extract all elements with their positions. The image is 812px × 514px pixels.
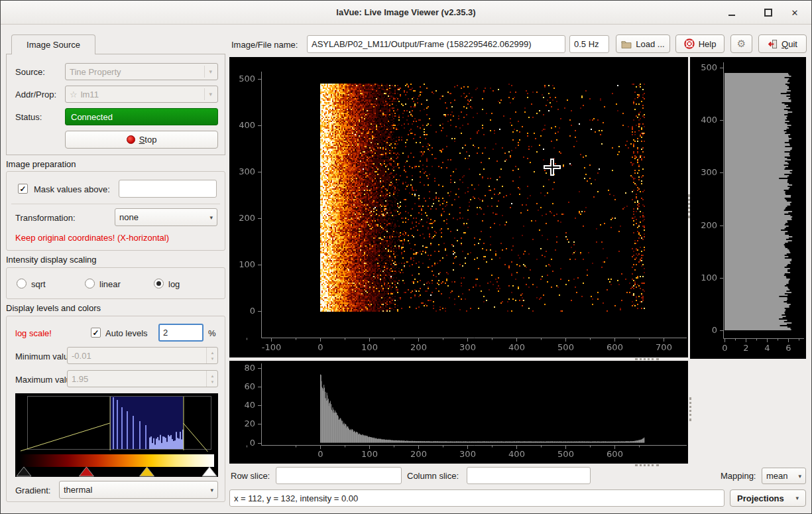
quit-label: Quit (782, 39, 797, 49)
addr-combo[interactable]: ☆ lm11 ▾ (65, 86, 218, 103)
filename-label: Image/File name: (231, 40, 298, 50)
maximize-button[interactable] (758, 1, 778, 25)
radio-linear[interactable] (85, 279, 95, 289)
image-preparation-heading: Image preparation (6, 159, 76, 169)
folder-icon (621, 40, 632, 48)
divider (11, 204, 220, 204)
row-projection-plot[interactable] (690, 57, 806, 359)
scaling-heading: Intensity display scaling (6, 255, 97, 265)
help-button[interactable]: Help (675, 34, 725, 53)
close-button[interactable]: ✕ (785, 1, 805, 25)
quit-icon (768, 39, 778, 49)
mask-label: Mask values above: (34, 184, 110, 194)
source-combo[interactable]: Tine Property ▾ (65, 63, 218, 80)
spin-down-icon: ▼ (211, 357, 215, 361)
gear-icon: ⚙ (737, 38, 746, 50)
radio-linear-label: linear (99, 279, 121, 289)
mapping-combo[interactable]: mean ▾ (762, 468, 806, 484)
spin-down-icon: ▼ (211, 380, 215, 384)
filename-input[interactable] (307, 35, 565, 53)
percent-label: % (208, 328, 216, 338)
projections-label: Projections (737, 493, 784, 503)
transformation-label: Transformation: (15, 213, 76, 223)
radio-sqrt-label: sqrt (31, 279, 46, 289)
source-value: Tine Property (70, 67, 121, 77)
splitter-handle[interactable] (689, 397, 691, 421)
stop-icon (127, 135, 135, 144)
pixel-intensity-status (229, 489, 725, 507)
source-label: Source: (15, 67, 45, 77)
auto-levels-percent-input[interactable] (158, 324, 203, 342)
chevron-down-icon: ▾ (795, 495, 799, 501)
maximum-value-spinbox[interactable] (67, 370, 218, 387)
column-slice-input[interactable] (467, 467, 591, 484)
status-label: Status: (15, 112, 42, 122)
auto-levels-checkbox[interactable]: ✓ (91, 328, 101, 338)
stop-button[interactable]: Stop (65, 131, 218, 149)
window-title: laVue: Live Image Viewer (v2.35.3) (336, 7, 475, 17)
splitter-handle[interactable] (688, 194, 690, 218)
star-icon: ☆ (70, 90, 78, 99)
chevron-down-icon: ▾ (204, 88, 213, 100)
row-slice-label: Row slice: (231, 471, 270, 481)
minimize-button[interactable] (722, 1, 742, 25)
spin-arrows[interactable]: ▲ ▼ (206, 371, 218, 387)
quit-button[interactable]: Quit (758, 34, 807, 53)
check-icon: ✓ (19, 184, 26, 194)
chevron-down-icon: ▾ (206, 487, 213, 493)
log-scale-note: log scale! (15, 328, 52, 338)
chevron-down-icon: ▾ (205, 214, 213, 221)
row-slice-input[interactable] (276, 467, 402, 484)
close-icon: ✕ (791, 8, 799, 18)
tab-image-source[interactable]: Image Source (11, 34, 95, 54)
mask-value-input[interactable] (119, 180, 217, 198)
main-image-plot[interactable] (229, 57, 688, 357)
projections-button[interactable]: Projections ▾ (730, 489, 806, 507)
minimum-value-spinbox[interactable] (67, 347, 218, 364)
levels-histogram[interactable] (15, 393, 218, 477)
app-window: laVue: Live Image Viewer (v2.35.3) ✕ Ima… (0, 0, 812, 514)
addr-value: lm11 (81, 90, 99, 99)
check-icon: ✓ (92, 328, 99, 338)
spin-up-icon: ▲ (211, 374, 215, 378)
transformation-combo[interactable]: none ▾ (115, 208, 217, 226)
spin-arrows[interactable]: ▲ ▼ (206, 348, 218, 363)
coordinates-warning: Keep original coordinates! (X-horizontal… (15, 233, 169, 243)
mask-checkbox[interactable]: ✓ (18, 184, 28, 194)
stop-label: Stop (139, 135, 157, 145)
mapping-label: Mapping: (721, 471, 756, 481)
splitter-handle[interactable] (635, 464, 659, 466)
help-label: Help (699, 39, 717, 49)
column-projection-plot[interactable] (229, 361, 688, 464)
spin-up-icon: ▲ (211, 351, 215, 355)
gradient-value: thermal (64, 485, 92, 495)
transformation-value: none (119, 212, 139, 222)
auto-levels-label: Auto levels (105, 328, 148, 338)
radio-log-label: log (168, 279, 180, 289)
chevron-down-icon: ▾ (794, 473, 801, 480)
chevron-down-icon: ▾ (204, 66, 213, 78)
maximize-icon (764, 9, 772, 17)
help-lifebuoy-icon (684, 38, 695, 49)
splitter-handle[interactable] (635, 358, 659, 360)
gradient-label: Gradient: (15, 485, 50, 495)
titlebar: laVue: Live Image Viewer (v2.35.3) (1, 1, 811, 25)
status-badge: Connected (65, 108, 218, 125)
gradient-combo[interactable]: thermal ▾ (59, 481, 218, 499)
status-value: Connected (71, 112, 113, 122)
load-label: Load ... (636, 39, 664, 49)
load-button[interactable]: Load ... (616, 34, 670, 53)
radio-log[interactable] (154, 279, 164, 289)
settings-button[interactable]: ⚙ (730, 34, 752, 53)
levels-heading: Display levels and colors (6, 303, 101, 313)
column-slice-label: Column slice: (407, 471, 459, 481)
radio-sqrt[interactable] (17, 279, 27, 289)
mapping-value: mean (766, 471, 788, 481)
minimize-icon (728, 15, 735, 16)
addr-label: Addr/Prop: (15, 90, 56, 99)
tab-label: Image Source (27, 40, 80, 50)
refresh-rate-field[interactable] (569, 35, 609, 53)
